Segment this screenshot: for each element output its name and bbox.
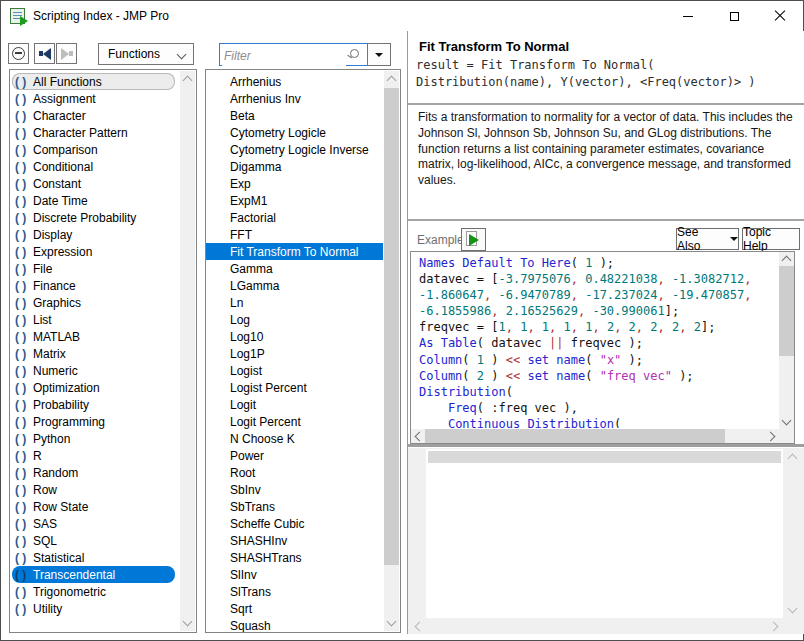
category-item[interactable]: ( )Finance — [12, 277, 175, 294]
function-item[interactable]: FFT — [206, 226, 383, 243]
function-item[interactable]: SHASHTrans — [206, 549, 383, 566]
scroll-up-icon[interactable] — [387, 76, 397, 86]
function-item[interactable]: SlInv — [206, 566, 383, 583]
category-item[interactable]: ( )SQL — [12, 532, 175, 549]
category-item[interactable]: ( )Programming — [12, 413, 175, 430]
scroll-up-icon[interactable] — [183, 76, 193, 86]
category-item[interactable]: ( )R — [12, 447, 175, 464]
category-item[interactable]: ( )Random — [12, 464, 175, 481]
function-item[interactable]: Exp — [206, 175, 383, 192]
code-vertical-scrollbar[interactable] — [779, 252, 794, 429]
see-also-dropdown[interactable]: See Also — [676, 228, 739, 250]
category-item[interactable]: ( )MATLAB — [12, 328, 175, 345]
filter-options-button[interactable] — [367, 43, 391, 66]
function-list[interactable]: ArrheniusArrhenius InvBetaCytometry Logi… — [205, 69, 401, 633]
collapse-pane-button[interactable] — [8, 43, 29, 64]
scroll-down-icon[interactable] — [788, 604, 798, 614]
category-item[interactable]: ( )Assignment — [12, 90, 175, 107]
example-code[interactable]: Names Default To Here( 1 );datavec = [-3… — [412, 253, 778, 428]
category-item[interactable]: ( )Utility — [12, 600, 175, 617]
category-item[interactable]: ( )Date Time — [12, 192, 175, 209]
category-item[interactable]: ( )Display — [12, 226, 175, 243]
scroll-left-icon[interactable] — [415, 432, 425, 442]
function-list-scrollbar[interactable] — [384, 71, 399, 631]
category-item[interactable]: ( )File — [12, 260, 175, 277]
function-item[interactable]: Gamma — [206, 260, 383, 277]
category-item[interactable]: ( )Expression — [12, 243, 175, 260]
scroll-down-icon[interactable] — [183, 617, 193, 627]
category-item[interactable]: ( )Comparison — [12, 141, 175, 158]
function-item[interactable]: Log1P — [206, 345, 383, 362]
code-horizontal-scrollbar[interactable] — [411, 429, 779, 443]
function-item[interactable]: Arrhenius — [206, 73, 383, 90]
category-item[interactable]: ( )Trigonometric — [12, 583, 175, 600]
function-item[interactable]: Root — [206, 464, 383, 481]
category-item[interactable]: ( )Transcendental — [12, 566, 175, 583]
scroll-down-icon[interactable] — [387, 617, 397, 627]
category-item[interactable]: ( )Character Pattern — [12, 124, 175, 141]
close-button[interactable] — [757, 1, 803, 31]
category-list[interactable]: ( )All Functions( )Assignment( )Characte… — [9, 69, 197, 633]
category-item[interactable]: ( )Character — [12, 107, 175, 124]
category-item[interactable]: ( )List — [12, 311, 175, 328]
category-item[interactable]: ( )Probability — [12, 396, 175, 413]
scroll-right-icon[interactable] — [769, 622, 779, 632]
example-code-box[interactable]: Names Default To Here( 1 );datavec = [-3… — [410, 251, 795, 444]
function-item[interactable]: Factorial — [206, 209, 383, 226]
maximize-button[interactable] — [711, 1, 757, 31]
category-item[interactable]: ( )Matrix — [12, 345, 175, 362]
minimize-button[interactable] — [665, 1, 711, 31]
function-item[interactable]: Scheffe Cubic — [206, 515, 383, 532]
category-item[interactable]: ( )Conditional — [12, 158, 175, 175]
output-horizontal-scrollbar[interactable] — [410, 619, 783, 632]
function-item[interactable]: Logist — [206, 362, 383, 379]
function-item[interactable]: Squash — [206, 617, 383, 633]
category-item[interactable]: ( )Row State — [12, 498, 175, 515]
scrollbar-thumb[interactable] — [779, 266, 794, 356]
function-item[interactable]: Fit Transform To Normal — [206, 243, 383, 260]
function-item[interactable]: Power — [206, 447, 383, 464]
topic-help-button[interactable]: Topic Help — [742, 228, 800, 250]
function-item[interactable]: Log — [206, 311, 383, 328]
output-vertical-scrollbar[interactable] — [785, 449, 800, 618]
function-item[interactable]: Arrhenius Inv — [206, 90, 383, 107]
scroll-down-icon[interactable] — [782, 416, 792, 426]
run-example-button[interactable] — [461, 228, 486, 251]
category-item[interactable]: ( )Numeric — [12, 362, 175, 379]
function-item[interactable]: Cytometry Logicle Inverse — [206, 141, 383, 158]
function-item[interactable]: Logist Percent — [206, 379, 383, 396]
function-item[interactable]: SbTrans — [206, 498, 383, 515]
function-item[interactable]: LGamma — [206, 277, 383, 294]
function-item[interactable]: Beta — [206, 107, 383, 124]
category-item[interactable]: ( )Statistical — [12, 549, 175, 566]
category-item[interactable]: ( )Discrete Probability — [12, 209, 175, 226]
category-item[interactable]: ( )Constant — [12, 175, 175, 192]
category-item[interactable]: ( )Optimization — [12, 379, 175, 396]
back-button[interactable] — [34, 43, 55, 64]
category-item[interactable]: ( )Row — [12, 481, 175, 498]
scroll-up-icon[interactable] — [788, 454, 798, 464]
scrollbar-thumb[interactable] — [425, 429, 725, 443]
category-list-scrollbar[interactable] — [180, 71, 195, 631]
category-item[interactable]: ( )All Functions — [12, 73, 175, 90]
index-type-dropdown[interactable]: Functions — [98, 43, 194, 65]
function-item[interactable]: Log10 — [206, 328, 383, 345]
scroll-up-icon[interactable] — [782, 256, 792, 266]
category-item[interactable]: ( )Graphics — [12, 294, 175, 311]
splitter[interactable] — [408, 444, 804, 447]
filter-input[interactable] — [222, 45, 346, 66]
title-bar[interactable]: Scripting Index - JMP Pro — [1, 1, 803, 31]
function-item[interactable]: Ln — [206, 294, 383, 311]
function-item[interactable]: Digamma — [206, 158, 383, 175]
scroll-right-icon[interactable] — [766, 432, 776, 442]
function-item[interactable]: Logit Percent — [206, 413, 383, 430]
function-item[interactable]: Logit — [206, 396, 383, 413]
output-content[interactable] — [426, 449, 783, 618]
forward-button[interactable] — [56, 43, 77, 64]
function-item[interactable]: ExpM1 — [206, 192, 383, 209]
category-item[interactable]: ( )Python — [12, 430, 175, 447]
function-item[interactable]: N Choose K — [206, 430, 383, 447]
function-item[interactable]: Sqrt — [206, 600, 383, 617]
function-item[interactable]: Cytometry Logicle — [206, 124, 383, 141]
function-item[interactable]: SHASHInv — [206, 532, 383, 549]
